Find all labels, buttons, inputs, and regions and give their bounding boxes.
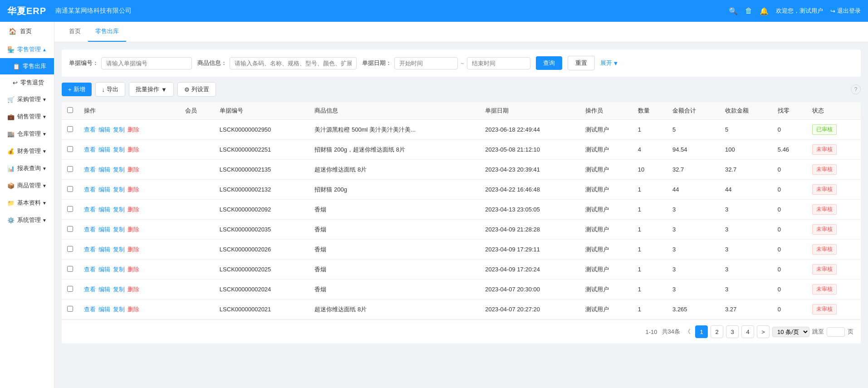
row-goods-info: 招财猫 200g，超迷你维达面纸 8片 [309,140,480,160]
action-查看[interactable]: 查看 [84,206,96,213]
row-checkbox[interactable] [67,246,73,252]
action-复制[interactable]: 复制 [113,166,125,173]
action-查看[interactable]: 查看 [84,246,96,253]
search-icon[interactable]: 🔍 [729,7,738,15]
action-编辑[interactable]: 编辑 [98,186,110,193]
row-checkbox[interactable] [67,306,73,312]
page-size-select[interactable]: 10 条/页 20 条/页 50 条/页 [772,327,809,337]
action-delete[interactable]: 删除 [128,186,139,193]
page-btn-next[interactable]: > [757,325,770,338]
action-delete[interactable]: 删除 [128,206,139,213]
sidebar-item-home[interactable]: 🏠 首页 [0,22,54,41]
action-复制[interactable]: 复制 [113,126,125,133]
goto-input[interactable] [827,327,845,337]
row-bill-no: LSCK00000002021 [214,300,309,319]
row-bill-no: LSCK00000002135 [214,160,309,180]
query-button[interactable]: 查询 [536,56,562,70]
sidebar-group-report[interactable]: 📊 报表查询 ▼ [0,160,54,177]
row-checkbox[interactable] [67,266,73,272]
page-btn-4[interactable]: 4 [741,325,754,338]
action-查看[interactable]: 查看 [84,226,96,233]
row-change: 0 [772,260,807,280]
action-delete[interactable]: 删除 [128,306,139,313]
expand-button[interactable]: 展开 ▼ [600,59,619,67]
row-member [180,300,214,319]
tab-home[interactable]: 首页 [62,22,88,42]
reset-button[interactable]: 重置 [568,56,595,70]
date-start-input[interactable] [394,57,458,69]
row-checkbox[interactable] [67,186,73,192]
action-复制[interactable]: 复制 [113,246,125,253]
action-复制[interactable]: 复制 [113,186,125,193]
action-复制[interactable]: 复制 [113,206,125,213]
sidebar-item-retail-return[interactable]: ↩ 零售退货 [0,74,54,91]
action-复制[interactable]: 复制 [113,266,125,273]
action-复制[interactable]: 复制 [113,286,125,293]
action-编辑[interactable]: 编辑 [98,206,110,213]
action-delete[interactable]: 删除 [128,226,139,233]
sidebar-group-retail[interactable]: 🏪 零售管理 ▲ [0,41,54,58]
logout-button[interactable]: ↪ 退出登录 [830,7,861,15]
row-change: 0 [772,200,807,220]
sidebar-group-sales[interactable]: 💼 销售管理 ▼ [0,108,54,125]
action-delete[interactable]: 删除 [128,266,139,273]
page-btn-2[interactable]: 2 [711,325,723,338]
sidebar-group-finance[interactable]: 💰 财务管理 ▼ [0,142,54,160]
action-查看[interactable]: 查看 [84,146,96,153]
page-btn-1[interactable]: 1 [695,325,708,338]
batch-button[interactable]: 批量操作 ▼ [129,82,174,97]
columns-button[interactable]: ⚙ 列设置 [177,82,216,97]
select-all-checkbox[interactable] [67,107,73,113]
action-编辑[interactable]: 编辑 [98,126,110,133]
action-编辑[interactable]: 编辑 [98,246,110,253]
row-checkbox[interactable] [67,286,73,292]
row-actions: 查看编辑复制删除 [78,220,180,240]
page-btn-3[interactable]: 3 [726,325,739,338]
sidebar-group-basic[interactable]: 📁 基本资料 ▼ [0,194,54,211]
sidebar-item-retail-out[interactable]: 📋 零售出库 [0,58,54,74]
action-delete[interactable]: 删除 [128,286,139,293]
row-checkbox[interactable] [67,146,73,152]
bill-no-input[interactable] [101,57,192,69]
action-编辑[interactable]: 编辑 [98,146,110,153]
action-delete[interactable]: 删除 [128,126,139,133]
table-header-row: 操作 会员 单据编号 商品信息 单据日期 操作员 数量 金额合计 收款金额 找零… [62,102,861,120]
row-qty: 1 [633,280,667,300]
action-查看[interactable]: 查看 [84,306,96,313]
action-编辑[interactable]: 编辑 [98,226,110,233]
action-delete[interactable]: 删除 [128,246,139,253]
date-end-input[interactable] [467,57,530,69]
action-查看[interactable]: 查看 [84,166,96,173]
sidebar-group-system[interactable]: ⚙️ 系统管理 ▼ [0,211,54,229]
sidebar-group-goods[interactable]: 📦 商品管理 ▼ [0,177,54,194]
bell-icon[interactable]: 🔔 [760,7,769,15]
action-查看[interactable]: 查看 [84,186,96,193]
action-编辑[interactable]: 编辑 [98,306,110,313]
row-checkbox[interactable] [67,226,73,232]
action-编辑[interactable]: 编辑 [98,266,110,273]
row-checkbox[interactable] [67,206,73,212]
goods-info-input[interactable] [230,57,357,69]
action-delete[interactable]: 删除 [128,146,139,153]
export-button[interactable]: ↓ 导出 [95,82,126,97]
row-actions: 查看编辑复制删除 [78,280,180,300]
sidebar-group-purchase[interactable]: 🛒 采购管理 ▼ [0,91,54,108]
row-checkbox[interactable] [67,126,73,132]
action-delete[interactable]: 删除 [128,166,139,173]
action-查看[interactable]: 查看 [84,286,96,293]
action-编辑[interactable]: 编辑 [98,286,110,293]
help-button[interactable]: ? [851,84,861,94]
row-checkbox[interactable] [67,166,73,172]
row-received: 32.7 [720,160,772,180]
action-复制[interactable]: 复制 [113,306,125,313]
tab-retail-out[interactable]: 零售出库 [88,22,126,42]
sidebar-group-warehouse[interactable]: 🏬 仓库管理 ▼ [0,125,54,142]
action-查看[interactable]: 查看 [84,266,96,273]
action-复制[interactable]: 复制 [113,146,125,153]
action-编辑[interactable]: 编辑 [98,166,110,173]
delete-icon[interactable]: 🗑 [745,7,752,15]
new-button[interactable]: + 新增 [62,83,92,96]
row-qty: 1 [633,240,667,260]
action-查看[interactable]: 查看 [84,126,96,133]
action-复制[interactable]: 复制 [113,226,125,233]
